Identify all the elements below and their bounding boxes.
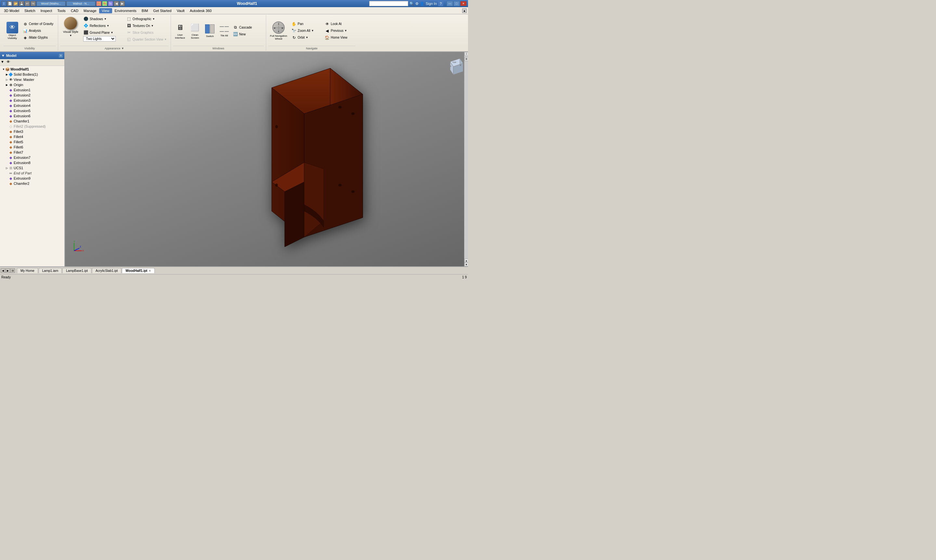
scroll-down-btn[interactable]: ▼: [464, 263, 468, 266]
textures-on-button[interactable]: 🖼 Textures On ▼: [125, 22, 169, 29]
quarter-section-button[interactable]: ◱ Quarter Section View ▼: [125, 36, 169, 43]
menu-vault[interactable]: Vault: [174, 8, 187, 13]
maximize-button[interactable]: □: [453, 1, 460, 6]
tree-item-fillet7[interactable]: ◆ Fillet7: [1, 150, 64, 155]
user-interface-button[interactable]: 🖥 UserInterface: [173, 20, 187, 42]
viewport[interactable]: TOP R F ⟨ ⚙ ▲ ▼ X Y Z: [65, 52, 468, 266]
analysis-button[interactable]: 📊 Analysis: [21, 28, 55, 34]
tab-scroll-left[interactable]: ◀: [1, 268, 5, 273]
pan-button[interactable]: ✋ Pan: [290, 21, 322, 27]
tree-item-extrusion2[interactable]: ◆ Extrusion2: [1, 92, 64, 98]
tree-item-fillet4[interactable]: ◆ Fillet4: [1, 134, 64, 139]
look-at-button[interactable]: 👁 Look At: [323, 21, 356, 27]
undo-icon[interactable]: ↩: [25, 1, 30, 6]
tree-item-extrusion8[interactable]: ◆ Extrusion8: [1, 160, 64, 165]
reflections-button[interactable]: 💠 Reflections ▼: [82, 22, 124, 29]
panel-expand-arrow[interactable]: ▼: [1, 54, 5, 57]
help-icon[interactable]: ?: [438, 1, 443, 6]
profile-icon[interactable]: 👤: [420, 2, 424, 6]
new-icon[interactable]: 📄: [7, 1, 12, 6]
material-dropdown[interactable]: Wood (Walnu...: [36, 1, 66, 6]
home-view-button[interactable]: 🏠 Home View: [323, 34, 356, 41]
menu-manage[interactable]: Manage: [81, 8, 99, 13]
search-box[interactable]: [369, 1, 408, 6]
switch-button[interactable]: Switch: [203, 20, 217, 42]
tree-item-fillet6[interactable]: ◆ Fillet6: [1, 145, 64, 150]
full-nav-wheel-button[interactable]: ▲ ▼ ◀ ▶ Full NavigationWheel: [268, 20, 289, 42]
close-button[interactable]: ✕: [460, 1, 467, 6]
lighting-dropdown[interactable]: Two Lights One Light Three Lights: [83, 36, 116, 42]
slice-graphics-button[interactable]: ✂ Slice Graphics: [125, 29, 169, 36]
tree-item-extrusion9[interactable]: ◆ Extrusion9: [1, 176, 64, 181]
tab-my-home[interactable]: My Home: [17, 268, 38, 273]
tile-all-button[interactable]: Tile All: [218, 20, 231, 42]
tree-item-extrusion1[interactable]: ◆ Extrusion1: [1, 88, 64, 92]
imate-glyphs-button[interactable]: ◈ iMate Glyphs: [21, 34, 55, 41]
appearance-dropdown[interactable]: Walnut - N...: [66, 1, 96, 6]
tree-item-end-of-part[interactable]: ═ End of Part: [1, 171, 64, 176]
minimize-button[interactable]: —: [447, 1, 453, 6]
tree-item-solid-bodies[interactable]: ▶ 🔷 Solid Bodies(1): [1, 72, 64, 77]
menu-autodesk360[interactable]: Autodesk 360: [187, 8, 214, 13]
tree-item-ucs1[interactable]: ▷ ⊞ UCS1: [1, 165, 64, 171]
tree-item-fillet2-suppressed[interactable]: ◇ Fillet2 (Suppressed): [1, 124, 64, 129]
formula-icon[interactable]: fx: [108, 1, 113, 6]
menu-environments[interactable]: Environments: [112, 8, 139, 13]
tree-item-chamfer1[interactable]: ◆ Chamfer1: [1, 118, 64, 124]
tree-item-root[interactable]: ▼ 📦 WoodHalf1: [1, 66, 64, 72]
menu-sketch[interactable]: Sketch: [22, 8, 38, 13]
tree-item-fillet3[interactable]: ◆ Fillet3: [1, 129, 64, 134]
new-window-button[interactable]: 🆕 New: [231, 31, 264, 37]
panel-help-button[interactable]: ?: [59, 53, 63, 58]
tab-woodhalf1-close[interactable]: ✕: [148, 269, 151, 272]
ground-plane-button[interactable]: ⬛ Ground Plane ▼: [82, 29, 124, 36]
orthographic-button[interactable]: ⬚ Orthographic ▼: [125, 15, 169, 22]
zoom-all-button[interactable]: 🔭 Zoom All ▼: [290, 28, 322, 34]
nav-next-icon[interactable]: ▶: [120, 1, 125, 6]
tree-item-extrusion7[interactable]: ◆ Extrusion7: [1, 155, 64, 160]
panel-view-icon[interactable]: 👁: [6, 60, 12, 65]
center-of-gravity-button[interactable]: ⊛ Center of Gravity: [21, 21, 55, 27]
tree-item-chamfer2[interactable]: ◆ Chamfer2: [1, 181, 64, 186]
ribbon-toggle[interactable]: ▲: [462, 8, 467, 13]
right-scrollbar[interactable]: ⟨ ⚙ ▲ ▼: [464, 52, 468, 266]
shadows-button[interactable]: 🌑 Shadows ▼: [82, 15, 124, 22]
app-icon[interactable]: I: [1, 1, 6, 6]
scroll-up-btn[interactable]: ▲: [464, 258, 468, 263]
menu-tools[interactable]: Tools: [55, 8, 68, 13]
sign-in-label[interactable]: Sign In: [426, 2, 437, 6]
tree-item-extrusion6[interactable]: ◆ Extrusion6: [1, 113, 64, 118]
panel-filter-icon[interactable]: ▼: [1, 60, 6, 65]
menu-3dmodel[interactable]: 3D Model: [1, 8, 22, 13]
scroll-settings-btn[interactable]: ⚙: [464, 57, 468, 61]
tab-lampbase1[interactable]: LampBase1.ipt: [62, 268, 91, 273]
clean-screen-button[interactable]: ⬜ CleanScreen: [188, 20, 202, 42]
open-icon[interactable]: 📂: [13, 1, 18, 6]
tab-scroll-right[interactable]: ▶: [6, 268, 10, 273]
tab-lamp1[interactable]: Lamp1.iam: [39, 268, 62, 273]
tab-layout-toggle[interactable]: ⊟: [11, 268, 15, 273]
tree-item-origin[interactable]: ▶ ⊕ Origin: [1, 82, 64, 88]
orbit-button[interactable]: ↻ Orbit ▼: [290, 34, 322, 41]
cascade-button[interactable]: ⧉ Cascade: [231, 24, 264, 31]
scroll-expand-btn[interactable]: ⟨: [464, 52, 468, 56]
tab-woodhalf1[interactable]: WoodHalf1.ipt ✕: [122, 268, 155, 273]
object-visibility-button[interactable]: 👁 ObjectVisibility: [4, 20, 20, 42]
menu-getstarted[interactable]: Get Started: [151, 8, 174, 13]
menu-view[interactable]: View: [99, 8, 112, 13]
search-icon[interactable]: 🔍: [410, 2, 414, 6]
color-icon2[interactable]: 🎨: [102, 1, 107, 6]
visual-style-button[interactable]: Visual Style ▼: [60, 15, 81, 38]
settings-icon[interactable]: ⚙: [415, 2, 419, 6]
viewcube[interactable]: TOP R F: [445, 55, 465, 75]
redo-icon[interactable]: ↪: [31, 1, 36, 6]
tree-item-extrusion4[interactable]: ◆ Extrusion4: [1, 103, 64, 108]
previous-button[interactable]: ◀ Previous ▼: [323, 28, 356, 34]
tree-item-fillet5[interactable]: ◆ Fillet5: [1, 139, 64, 145]
tree-item-view-master[interactable]: ▷ 👁 View: Master: [1, 77, 64, 82]
nav-prev-icon[interactable]: ◀: [114, 1, 119, 6]
color-icon1[interactable]: 🎨: [96, 1, 102, 6]
menu-cad[interactable]: CAD: [68, 8, 81, 13]
tab-acrylicslab1[interactable]: AcrylicSlab1.ipt: [92, 268, 121, 273]
tree-item-extrusion5[interactable]: ◆ Extrusion5: [1, 108, 64, 113]
